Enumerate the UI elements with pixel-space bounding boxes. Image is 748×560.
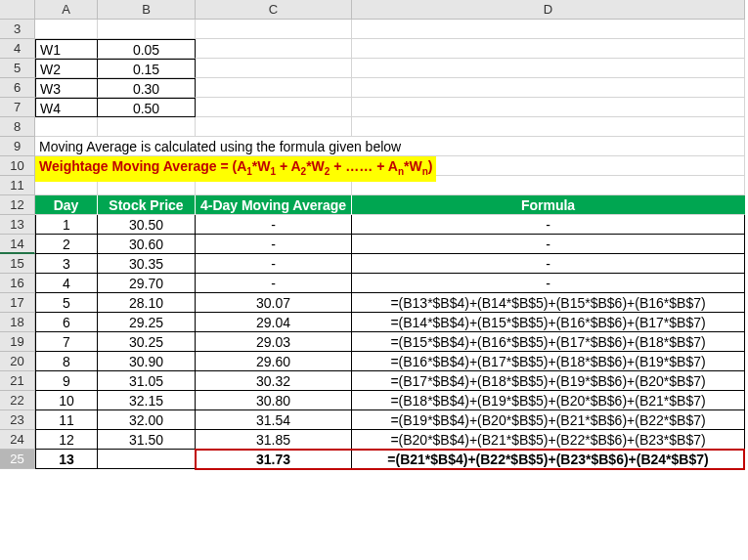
- cell[interactable]: [352, 98, 745, 117]
- cell[interactable]: [35, 117, 98, 137]
- cell-day[interactable]: 8: [35, 352, 98, 371]
- cell-formula[interactable]: =(B14*$B$4)+(B15*$B$5)+(B16*$B$6)+(B17*$…: [352, 313, 745, 332]
- cell-avg[interactable]: 30.07: [196, 293, 352, 313]
- table-header-price[interactable]: Stock Price: [98, 195, 196, 215]
- row-header[interactable]: 9: [0, 137, 35, 156]
- cell-price[interactable]: 30.60: [98, 235, 196, 254]
- cell-avg-result[interactable]: 31.73: [196, 450, 352, 469]
- cell-formula[interactable]: -: [352, 215, 745, 235]
- cell[interactable]: [98, 20, 196, 39]
- row-header-selected[interactable]: 25: [0, 450, 35, 469]
- cell-w4-value[interactable]: 0.50: [98, 98, 196, 117]
- cell-formula[interactable]: =(B15*$B$4)+(B16*$B$5)+(B17*$B$6)+(B18*$…: [352, 332, 745, 352]
- cell[interactable]: [196, 20, 352, 39]
- cell-formula[interactable]: -: [352, 254, 745, 274]
- cell-price[interactable]: 30.35: [98, 254, 196, 274]
- table-header-avg[interactable]: 4-Day Moving Average: [196, 195, 352, 215]
- cell-formula[interactable]: =(B18*$B$4)+(B19*$B$5)+(B20*$B$6)+(B21*$…: [352, 391, 745, 410]
- cell-w1-label[interactable]: W1: [35, 39, 98, 59]
- col-header-d[interactable]: D: [352, 0, 745, 20]
- cell-formula-definition[interactable]: Weightage Moving Average = (A1*W1 + A2*W…: [35, 156, 745, 176]
- cell-avg[interactable]: 31.85: [196, 430, 352, 450]
- col-header-c[interactable]: C: [196, 0, 352, 20]
- row-header[interactable]: 14: [0, 235, 35, 254]
- cell-avg[interactable]: -: [196, 215, 352, 235]
- cell-price[interactable]: 32.00: [98, 410, 196, 430]
- cell[interactable]: [352, 39, 745, 59]
- cell[interactable]: [35, 20, 98, 39]
- cell-price[interactable]: [98, 450, 196, 469]
- cell-w3-label[interactable]: W3: [35, 78, 98, 98]
- col-header-a[interactable]: A: [35, 0, 98, 20]
- cell-w3-value[interactable]: 0.30: [98, 78, 196, 98]
- row-header[interactable]: 7: [0, 98, 35, 117]
- cell[interactable]: [196, 98, 352, 117]
- cell[interactable]: [352, 20, 745, 39]
- cell-formula[interactable]: =(B17*$B$4)+(B18*$B$5)+(B19*$B$6)+(B20*$…: [352, 371, 745, 391]
- row-header[interactable]: 16: [0, 274, 35, 293]
- row-header[interactable]: 8: [0, 117, 35, 137]
- cell-price[interactable]: 29.25: [98, 313, 196, 332]
- cell[interactable]: [196, 39, 352, 59]
- cell[interactable]: [196, 78, 352, 98]
- cell-avg[interactable]: 30.32: [196, 371, 352, 391]
- cell-avg[interactable]: 31.54: [196, 410, 352, 430]
- row-header[interactable]: 10: [0, 156, 35, 176]
- cell[interactable]: [352, 59, 745, 78]
- row-header[interactable]: 4: [0, 39, 35, 59]
- cell-day[interactable]: 12: [35, 430, 98, 450]
- cell-day[interactable]: 7: [35, 332, 98, 352]
- cell-formula[interactable]: -: [352, 235, 745, 254]
- cell-formula-result[interactable]: =(B21*$B$4)+(B22*$B$5)+(B23*$B$6)+(B24*$…: [352, 450, 745, 469]
- row-header[interactable]: 20: [0, 352, 35, 371]
- cell-formula[interactable]: -: [352, 274, 745, 293]
- cell-price[interactable]: 30.25: [98, 332, 196, 352]
- cell-formula[interactable]: =(B19*$B$4)+(B20*$B$5)+(B21*$B$6)+(B22*$…: [352, 410, 745, 430]
- cell-formula[interactable]: =(B20*$B$4)+(B21*$B$5)+(B22*$B$6)+(B23*$…: [352, 430, 745, 450]
- row-header[interactable]: 18: [0, 313, 35, 332]
- cell[interactable]: [196, 59, 352, 78]
- cell-avg[interactable]: 29.03: [196, 332, 352, 352]
- row-header[interactable]: 15: [0, 254, 35, 274]
- row-header[interactable]: 23: [0, 410, 35, 430]
- row-header[interactable]: 22: [0, 391, 35, 410]
- cell-avg[interactable]: 29.60: [196, 352, 352, 371]
- corner-cell[interactable]: [0, 0, 35, 20]
- cell-avg[interactable]: -: [196, 274, 352, 293]
- cell-price[interactable]: 28.10: [98, 293, 196, 313]
- row-header[interactable]: 5: [0, 59, 35, 78]
- cell[interactable]: [196, 117, 352, 137]
- cell-price[interactable]: 32.15: [98, 391, 196, 410]
- cell-day[interactable]: 6: [35, 313, 98, 332]
- cell-w2-label[interactable]: W2: [35, 59, 98, 78]
- cell[interactable]: [98, 117, 196, 137]
- cell-w2-value[interactable]: 0.15: [98, 59, 196, 78]
- cell-avg[interactable]: -: [196, 235, 352, 254]
- row-header[interactable]: 21: [0, 371, 35, 391]
- cell-day[interactable]: 5: [35, 293, 98, 313]
- cell-description[interactable]: Moving Average is calculated using the f…: [35, 137, 745, 156]
- row-header[interactable]: 3: [0, 20, 35, 39]
- cell-price[interactable]: 30.50: [98, 215, 196, 235]
- row-header[interactable]: 6: [0, 78, 35, 98]
- cell-day[interactable]: 11: [35, 410, 98, 430]
- cell-formula[interactable]: =(B16*$B$4)+(B17*$B$5)+(B18*$B$6)+(B19*$…: [352, 352, 745, 371]
- cell-formula[interactable]: =(B13*$B$4)+(B14*$B$5)+(B15*$B$6)+(B16*$…: [352, 293, 745, 313]
- cell-price[interactable]: 31.50: [98, 430, 196, 450]
- cell-price[interactable]: 31.05: [98, 371, 196, 391]
- cell-w4-label[interactable]: W4: [35, 98, 98, 117]
- row-header[interactable]: 11: [0, 176, 35, 195]
- cell-price[interactable]: 30.90: [98, 352, 196, 371]
- cell-day[interactable]: 2: [35, 235, 98, 254]
- col-header-b[interactable]: B: [98, 0, 196, 20]
- cell[interactable]: [352, 78, 745, 98]
- row-header[interactable]: 12: [0, 195, 35, 215]
- row-header[interactable]: 24: [0, 430, 35, 450]
- cell-day[interactable]: 1: [35, 215, 98, 235]
- cell-price[interactable]: 29.70: [98, 274, 196, 293]
- row-header[interactable]: 13: [0, 215, 35, 235]
- cell-day[interactable]: 13: [35, 450, 98, 469]
- cell-day[interactable]: 10: [35, 391, 98, 410]
- table-header-day[interactable]: Day: [35, 195, 98, 215]
- cell-w1-value[interactable]: 0.05: [98, 39, 196, 59]
